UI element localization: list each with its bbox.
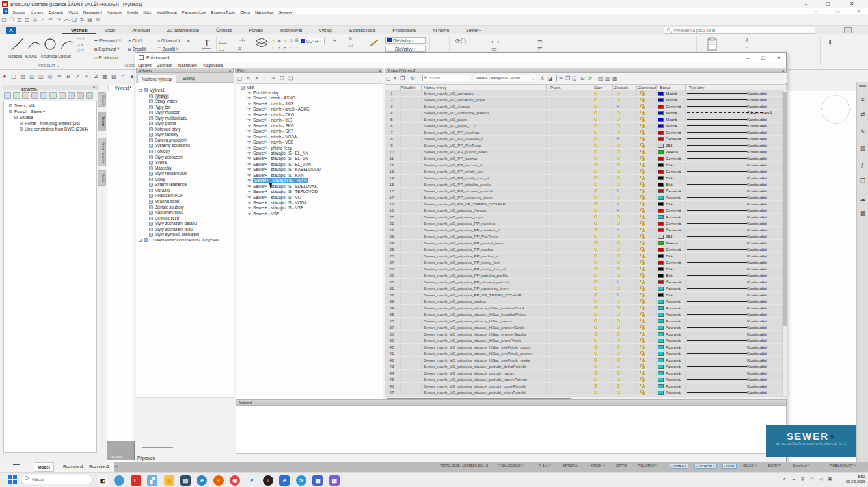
drawings-item-0[interactable]: Vrstvy <box>155 94 169 99</box>
layer-on-icon[interactable] <box>594 189 597 192</box>
ribbon-tab-ai-návrh[interactable]: AI návrh <box>424 26 457 34</box>
layer-lock-icon[interactable] <box>642 197 645 200</box>
layer-on-icon[interactable] <box>594 209 597 212</box>
layer-color-swatch[interactable] <box>658 248 664 252</box>
minimize-button[interactable]: – <box>802 0 810 8</box>
layer-thaw-icon[interactable] <box>617 248 620 251</box>
dock-toolbar-icon-4[interactable]: ◫ <box>38 73 44 80</box>
layer-color-swatch[interactable] <box>658 170 664 174</box>
dialog-menu-zobrazit[interactable]: Zobrazit <box>157 63 172 68</box>
layer-tool-icon-4[interactable]: ◔ <box>295 46 297 49</box>
filters-toolbar-icon-5[interactable]: ❐ <box>279 75 285 81</box>
layer-lock-icon[interactable] <box>642 308 645 310</box>
mdi-close-icon[interactable]: ✕ <box>857 9 860 14</box>
layers-toolbar-r-icon-4[interactable]: ❐ <box>565 75 570 81</box>
layer-color-swatch[interactable] <box>658 319 664 323</box>
drawings-item-15[interactable]: Bloky <box>155 177 165 182</box>
layer-thaw-icon[interactable] <box>617 300 620 303</box>
statusbar-scale[interactable]: ⚲ 1:1 ˅ <box>539 464 551 467</box>
vertical-tab-2[interactable]: King Povrch <box>98 138 106 166</box>
text-tool-icon[interactable]: T <box>202 37 211 49</box>
measure-icon-0[interactable]: ⟷ <box>219 40 227 46</box>
layer-color-swatch[interactable] <box>658 215 664 219</box>
layer-row[interactable]: 41Sewer_navrh_VO_pripojka_situace_hlSac_… <box>385 350 787 357</box>
drawings-item-14[interactable]: Styly renderování <box>155 171 187 176</box>
dialog-menu-nápověda[interactable]: Nápověda <box>203 63 223 68</box>
layer-lock-icon[interactable] <box>642 243 645 245</box>
drawings-item-16[interactable]: Externí reference <box>155 182 187 187</box>
draw-tool-oblouk-icon[interactable] <box>60 37 74 51</box>
ribbon-tab-anotovat[interactable]: Anotovat <box>124 26 158 34</box>
layer-on-icon[interactable] <box>594 280 597 283</box>
layer-row[interactable]: 22Sewer_navrh_VO_pripojka_PP_niveleta_d✳… <box>385 227 787 233</box>
layer-color-swatch[interactable] <box>658 332 664 336</box>
dock-toolbar-icon-0[interactable]: ● <box>1 73 8 80</box>
draw-extra-icon-0[interactable]: ▭ ˅ <box>77 36 84 41</box>
dock-toolbar-icon-10[interactable]: ⊿ <box>92 73 99 80</box>
layer-row[interactable]: 19Sewer_navrh_VO_pripojka_Arrows✳Červená… <box>385 207 787 214</box>
layer-on-icon[interactable] <box>594 105 597 108</box>
store-icon[interactable]: ▤ <box>180 475 191 486</box>
layer-thaw-icon[interactable] <box>617 144 620 147</box>
layer-lock-icon[interactable] <box>642 282 645 284</box>
layer-on-icon[interactable] <box>594 196 597 199</box>
menu-item-soubor[interactable]: Soubor <box>12 10 25 14</box>
layer-on-icon[interactable] <box>594 157 597 160</box>
column-header-zmrazit[interactable]: Zmrazit <box>614 85 628 90</box>
layer-on-icon[interactable] <box>594 137 597 140</box>
menu-item-vložit[interactable]: Vložit <box>68 10 78 14</box>
qat-icon-5[interactable]: ⌂ <box>40 17 46 23</box>
dock-toolbar-icon-3[interactable]: ◫ <box>29 73 35 80</box>
layer-lock-icon[interactable] <box>642 373 645 375</box>
ribbon-right-icon-2[interactable]: 🕴 <box>826 40 834 46</box>
layer-on-icon[interactable] <box>594 319 597 322</box>
modify-tool-4[interactable]: ⋈ Zrcadlit <box>128 47 146 51</box>
layer-lock-icon[interactable] <box>642 204 645 206</box>
filter-item-22[interactable]: Sewer+ - VŠE <box>253 211 279 217</box>
layer-row[interactable]: 18Sewer_navrh_VO_PP_VP_TEREN_OZNAKE✳Bílá… <box>385 201 787 207</box>
filter-item-20[interactable]: Sewer+ - stávající IS - VODA <box>253 200 307 205</box>
layer-row[interactable]: 24Sewer_navrh_VO_pripojka_PP_puvod_teren… <box>385 240 787 246</box>
layer-color-swatch[interactable] <box>658 98 664 102</box>
layer-row[interactable]: 23Sewer_navrh_VO_pripojka_PP_ProTemp253K… <box>385 233 787 240</box>
util-icon-0[interactable]: ◔ <box>331 36 336 46</box>
layer-on-icon[interactable] <box>594 261 597 264</box>
dock-toolbar-icon-9[interactable]: ⌖ <box>83 73 90 80</box>
layer-thaw-icon[interactable] <box>617 124 620 127</box>
drawings-item-22[interactable]: Definice řezů <box>155 216 179 221</box>
layer-lock-icon[interactable] <box>642 223 645 226</box>
layer-color-swatch[interactable] <box>658 365 664 369</box>
layer-on-icon[interactable] <box>594 300 597 303</box>
layer-color-swatch[interactable] <box>658 111 664 115</box>
layer-lock-icon[interactable] <box>642 145 645 148</box>
layer-lock-icon[interactable] <box>642 132 645 135</box>
layer-row[interactable]: 44Sewer_navrh_VO_pripojka_situace_potrub… <box>385 370 787 376</box>
drawings-item-21[interactable]: Nastavení tisku <box>155 210 183 215</box>
ribbon-tab-výchozí[interactable]: Výchozí <box>62 26 96 34</box>
share-arrow-icon[interactable]: ↗ <box>247 475 257 486</box>
column-header-stav[interactable]: Stav <box>594 85 602 90</box>
layer-thaw-icon[interactable] <box>617 183 620 186</box>
layer-row[interactable]: 2Sewer_navrh_VO_armatury_popisModráKonti… <box>385 97 787 103</box>
layer-lock-icon[interactable] <box>642 379 645 382</box>
layers-toolbar-r-icon-2[interactable]: │ <box>555 75 558 81</box>
app-blue-a-icon[interactable]: A <box>279 475 290 486</box>
menu-item-modifikovat[interactable]: Modifikovat <box>157 10 177 14</box>
menu-item-nástroje[interactable]: Nástroje <box>107 10 122 14</box>
layer-state-icon-0[interactable]: ● <box>272 38 275 42</box>
layer-on-icon[interactable] <box>594 352 597 355</box>
layer-row[interactable]: 7Sewer_navrh_VO_PP_niveletaČervenáKontin… <box>385 129 787 136</box>
modify-tool-5[interactable]: ⧄ Oříznout ˅ <box>157 38 180 44</box>
layer-on-icon[interactable] <box>594 111 597 114</box>
layer-lock-icon[interactable] <box>642 288 645 291</box>
task-view-icon[interactable]: ◩ <box>98 475 108 486</box>
layer-lock-icon[interactable] <box>642 171 645 174</box>
skype-icon[interactable]: S <box>296 475 306 486</box>
dock-toolbar-icon-8[interactable]: ↗ <box>74 73 81 80</box>
measure-icon-3[interactable]: ≡ <box>238 46 241 52</box>
layer-thaw-icon[interactable] <box>617 352 620 355</box>
layer-color-swatch[interactable] <box>658 196 664 200</box>
layers-toolbar-r-icon-10[interactable]: ▦ <box>612 75 617 81</box>
util-icon-2[interactable]: ⧠ <box>349 43 353 48</box>
layer-row[interactable]: 28Sewer_navrh_VO_pripojka_PP_svisly_lom_… <box>385 266 787 272</box>
